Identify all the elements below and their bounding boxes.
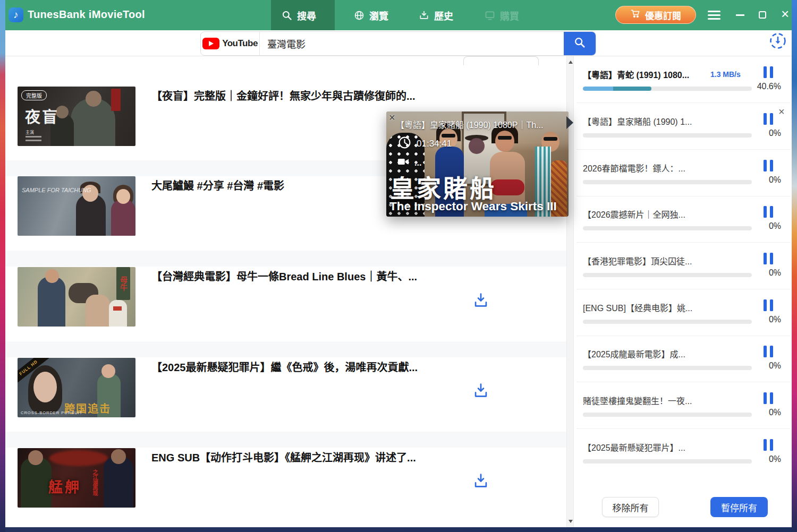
preview-duration: 01:34:41	[417, 139, 452, 149]
queue-item-title: 【2025成龍最新電影】成...	[583, 347, 685, 360]
cart-icon	[630, 8, 640, 21]
pause-icon[interactable]	[764, 392, 773, 404]
progress-percent: 0%	[749, 268, 781, 278]
globe-icon	[354, 10, 364, 21]
queue-item-title: 賭徒墜樓撞鬼變翻生！一夜...	[583, 394, 692, 407]
app-logo: ♪	[9, 7, 23, 22]
pause-icon[interactable]	[764, 66, 773, 78]
progress-bar	[583, 366, 752, 370]
thumbnail-title: 夜盲	[25, 105, 59, 127]
camcorder-icon	[397, 157, 409, 168]
progress-percent: 40.6%	[749, 82, 781, 91]
youtube-icon	[202, 38, 219, 49]
video-preview-popup[interactable]: × 【粵語】皇家賭船 (1990) 1080P｜Th... 01:34:41 .…	[386, 111, 569, 217]
video-thumbnail[interactable]: SAMPLE FOR TAICHUNG	[18, 176, 135, 236]
thumbnail-art	[21, 458, 52, 508]
tab-history[interactable]: 歷史	[408, 0, 464, 30]
youtube-label: YouTube	[222, 38, 258, 49]
tab-search-label: 搜尋	[297, 8, 316, 22]
video-thumbnail[interactable]: 完整版 夜盲 主演	[18, 87, 135, 146]
window-frame-right	[792, 0, 797, 532]
queue-item: 【粵語】皇家賭船 (1990) 1... × 0%	[576, 104, 791, 150]
video-title[interactable]: 【夜盲】完整版｜金鐘好評！無家少年與古蹟修復師的...	[151, 88, 518, 103]
scroll-down-arrow[interactable]	[569, 520, 573, 523]
thumbnail-art	[113, 306, 122, 311]
queue-item: 賭徒墜樓撞鬼變翻生！一夜... 0%	[576, 383, 791, 429]
video-thumbnail[interactable]: FULL HD 跨国追击 CROSS-BORDER PURSUIT	[18, 358, 135, 417]
queue-item-title: 2026春節檔電影！鏢人：...	[583, 161, 685, 174]
queue-item-title: 【2025最新懸疑犯罪片】...	[583, 441, 685, 453]
queue-item: [ENG SUB]【经典电影】姚... 0%	[576, 290, 791, 336]
queue-item-title: 【香港犯罪電影】頂尖囚徒...	[583, 254, 692, 267]
download-button[interactable]	[472, 471, 490, 490]
minimize-button[interactable]	[736, 14, 744, 16]
video-thumbnail[interactable]: 母牛	[18, 267, 135, 327]
video-title[interactable]: 【台灣經典電影】母牛一條Bread Line Blues｜黃牛、...	[151, 268, 518, 284]
pause-icon[interactable]	[764, 439, 773, 451]
download-queue-panel: 【粵語】青蛇 (1991) 1080... 1.3 MB/s 40.6% 【粵語…	[576, 56, 791, 527]
close-preview-icon[interactable]: ×	[389, 111, 395, 124]
progress-percent: 0%	[749, 175, 781, 185]
thumbnail-badge: 完整版	[21, 90, 47, 100]
search-input[interactable]: 臺灣電影	[260, 32, 564, 55]
progress-bar	[583, 273, 752, 277]
queue-item: 【2026震撼新片｜全网独... 0%	[576, 197, 791, 243]
search-provider-selector[interactable]: YouTube	[201, 32, 260, 55]
progress-percent: 0%	[749, 408, 781, 417]
download-tray-icon	[419, 10, 429, 21]
thumbnail-art	[86, 295, 110, 327]
close-window-button[interactable]: ×	[781, 7, 789, 21]
progress-fill	[583, 87, 651, 91]
thumbnail-art	[28, 450, 43, 465]
pause-icon[interactable]	[764, 346, 773, 357]
scroll-up-arrow[interactable]	[569, 61, 573, 64]
maximize-button[interactable]	[759, 11, 766, 19]
search-submit-button[interactable]	[564, 32, 596, 55]
thumbnail-art	[111, 200, 135, 236]
clock-icon	[398, 136, 411, 151]
search-icon	[574, 37, 586, 50]
download-progress-indicator-icon[interactable]	[769, 32, 787, 50]
video-title[interactable]: 【2025最新懸疑犯罪片】繼《色戒》後，湯唯再次貢獻...	[151, 359, 518, 374]
search-icon	[282, 10, 292, 21]
remove-all-button[interactable]: 移除所有	[602, 497, 659, 517]
tab-buy-label: 購買	[500, 8, 519, 22]
tab-history-label: 歷史	[434, 8, 453, 22]
pause-icon[interactable]	[764, 206, 773, 218]
row-separator	[5, 432, 566, 448]
download-button[interactable]	[472, 291, 490, 309]
thumbnail-art	[26, 140, 41, 141]
thumbnail-credit: 主演	[26, 129, 34, 135]
play-arrow-icon[interactable]	[566, 116, 573, 129]
queue-item-title: 【2026震撼新片｜全网独...	[583, 208, 685, 220]
subscribe-button[interactable]: 優惠訂閱	[615, 6, 696, 24]
progress-bar	[583, 226, 752, 230]
thumbnail-art	[33, 372, 57, 402]
thumbnail-art	[26, 136, 41, 138]
pause-icon[interactable]	[764, 299, 773, 311]
thumbnail-title: 艋舺	[48, 476, 81, 496]
progress-percent: 0%	[749, 315, 781, 324]
pause-icon[interactable]	[764, 160, 773, 171]
progress-bar	[583, 133, 752, 138]
remove-item-icon[interactable]: ×	[778, 106, 785, 117]
pause-icon[interactable]	[764, 113, 773, 125]
preview-duration-row: 01:34:41	[398, 136, 452, 151]
queue-item-title: 【粵語】皇家賭船 (1990) 1...	[583, 115, 692, 127]
tab-search[interactable]: 搜尋	[271, 0, 335, 30]
progress-bar	[583, 320, 752, 324]
row-separator	[5, 341, 566, 357]
video-title[interactable]: ENG SUB【动作打斗电影】《艋舺之江湖再现》讲述了...	[151, 449, 518, 465]
video-thumbnail[interactable]: 艋舺 之江湖再现	[18, 448, 135, 508]
pause-all-button[interactable]: 暫停所有	[710, 497, 768, 517]
download-button[interactable]	[472, 381, 490, 399]
progress-percent: 0%	[749, 454, 781, 464]
window-frame-bottom	[5, 527, 792, 532]
queue-item: 2026春節檔電影！鏢人：... 0%	[576, 151, 791, 196]
progress-bar	[583, 180, 752, 184]
pause-icon[interactable]	[764, 253, 773, 264]
thumbnail-art	[86, 91, 101, 107]
tab-browse[interactable]: 瀏覽	[343, 0, 399, 30]
hamburger-menu-icon[interactable]	[708, 11, 720, 20]
progress-percent: 0%	[749, 128, 781, 138]
